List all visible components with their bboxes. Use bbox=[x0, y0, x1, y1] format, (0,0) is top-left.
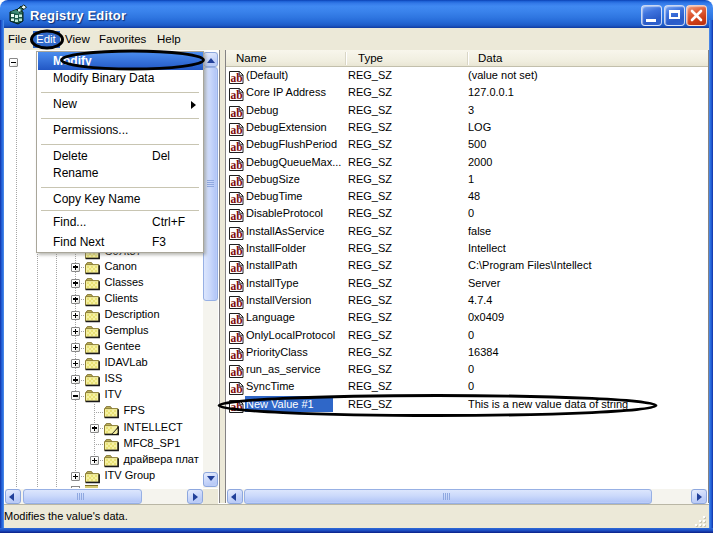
svg-text:ab: ab bbox=[231, 348, 243, 360]
svg-text:ab: ab bbox=[231, 89, 243, 101]
svg-text:ab: ab bbox=[231, 227, 243, 239]
svg-text:ab: ab bbox=[231, 296, 243, 308]
svg-text:ab: ab bbox=[231, 314, 243, 326]
svg-text:ab: ab bbox=[231, 141, 243, 153]
svg-text:ab: ab bbox=[231, 175, 243, 187]
svg-text:ab: ab bbox=[231, 383, 243, 395]
svg-text:ab: ab bbox=[231, 279, 243, 291]
svg-text:ab: ab bbox=[231, 400, 243, 412]
svg-text:ab: ab bbox=[231, 193, 243, 205]
svg-text:ab: ab bbox=[231, 123, 243, 135]
svg-text:ab: ab bbox=[231, 72, 243, 84]
svg-text:ab: ab bbox=[231, 366, 243, 378]
svg-text:ab: ab bbox=[231, 331, 243, 343]
svg-text:ab: ab bbox=[231, 245, 243, 257]
svg-text:ab: ab bbox=[231, 106, 243, 118]
svg-text:ab: ab bbox=[231, 262, 243, 274]
svg-text:ab: ab bbox=[231, 158, 243, 170]
svg-text:ab: ab bbox=[231, 210, 243, 222]
